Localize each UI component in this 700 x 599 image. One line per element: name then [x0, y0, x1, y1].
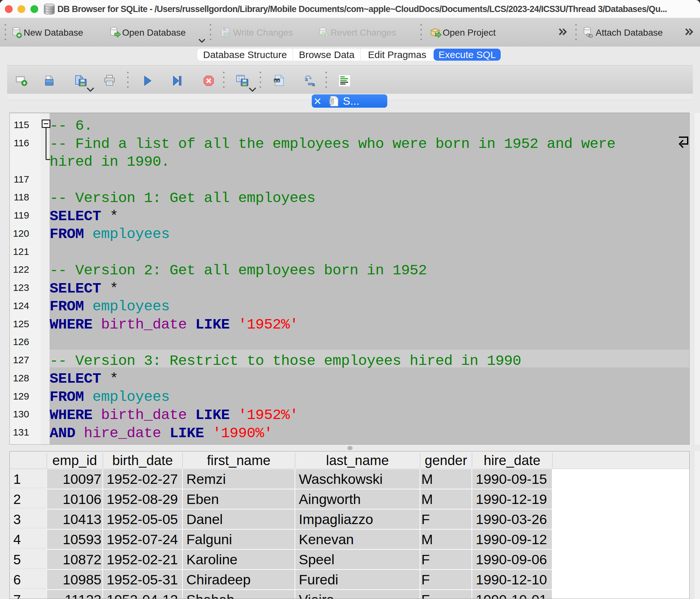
svg-text:a: a — [305, 76, 308, 82]
svg-text:a: a — [312, 82, 315, 87]
